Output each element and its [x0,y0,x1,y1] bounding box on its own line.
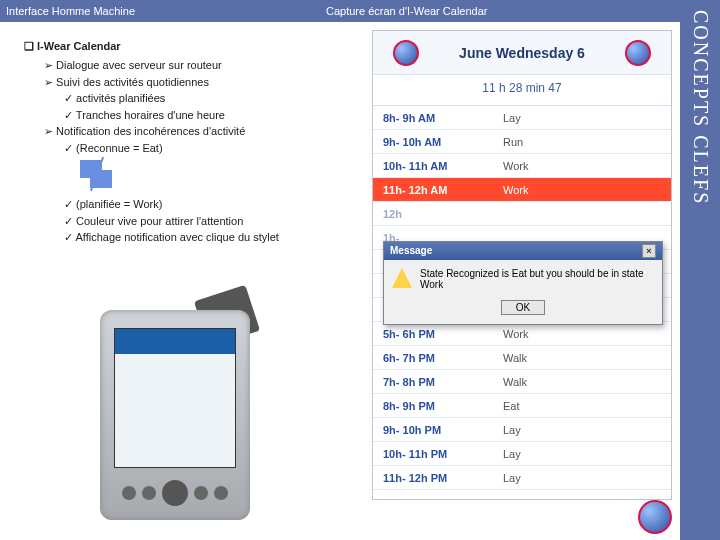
calendar-countdown: 11 h 28 min 47 [373,75,671,106]
section-title-text: I-Wear Calendar [37,40,121,52]
pda-taskbar [115,329,235,339]
ok-button[interactable]: OK [501,300,545,315]
calendar-time: 10h- 11h AM [373,160,503,172]
iwear-logo-icon [638,500,672,534]
bullet-item: Couleur vive pour attirer l'attention [64,213,344,230]
side-tab: CONCEPTS CLEFS [680,0,720,540]
pda-btn [214,486,228,500]
calendar-activity: Work [503,160,671,172]
calendar-time: 5h- 6h PM [373,328,503,340]
pda-btn [194,486,208,500]
header-bar: Interface Homme Machine Capture écran d'… [0,0,680,22]
header-left-title: Interface Homme Machine [6,5,326,17]
dialog-text: State Recognized is Eat but you should b… [420,268,654,290]
bullet-item: Tranches horaires d'une heure [64,107,344,124]
calendar-time: 12h [373,208,503,220]
calendar-activity: Lay [503,472,671,484]
calendar-row[interactable]: 5h- 6h PMWork [373,322,671,346]
bullet-item: Dialogue avec serveur sur routeur [44,57,344,74]
calendar-activity: Lay [503,448,671,460]
calendar-header: June Wednesday 6 [373,31,671,75]
message-dialog: Message × State Recognized is Eat but yo… [383,241,663,325]
content-left: ❑ I-Wear Calendar Dialogue avec serveur … [24,40,344,246]
calendar-activity: Work [503,328,671,340]
calendar-activity: Eat [503,400,671,412]
calendar-date: June Wednesday 6 [459,45,585,61]
calendar-time: 8h- 9h PM [373,400,503,412]
iwear-logo-icon [393,40,419,66]
calendar-screenshot: June Wednesday 6 11 h 28 min 47 8h- 9h A… [372,30,672,500]
calendar-time: 6h- 7h PM [373,352,503,364]
close-icon[interactable]: × [642,244,656,258]
pda-dpad [162,480,188,506]
calendar-row[interactable]: 9h- 10h AMRun [373,130,671,154]
calendar-time: 11h- 12h PM [373,472,503,484]
section-title: ❑ I-Wear Calendar [24,40,344,53]
bullet-item: Notification des incohérences d'activité [44,123,344,140]
calendar-row[interactable]: 7h- 8h PMWalk [373,370,671,394]
calendar-row[interactable]: 10h- 11h PMLay [373,442,671,466]
calendar-time: 8h- 9h AM [373,112,503,124]
pda-buttons [100,476,250,510]
calendar-time: 11h- 12h AM [373,184,503,196]
calendar-activity: Lay [503,112,671,124]
header-right-title: Capture écran d'I-Wear Calendar [326,5,674,17]
calendar-row[interactable]: 11h- 12h AMWork [373,178,671,202]
calendar-time: 9h- 10h PM [373,424,503,436]
calendar-activity: Run [503,136,671,148]
bullet-item: Affichage notification avec clique du st… [64,229,344,246]
bullet-item: Suivi des activités quotidiennes [44,74,344,91]
footer-logo [638,500,672,534]
pda-body [100,310,250,520]
calendar-time: 9h- 10h AM [373,136,503,148]
pda-device [100,310,250,530]
pda-btn [122,486,136,500]
calendar-row[interactable]: 12h [373,202,671,226]
pda-screen [114,328,236,468]
iwear-logo-icon [625,40,651,66]
calendar-time: 10h- 11h PM [373,448,503,460]
calendar-activity: Walk [503,376,671,388]
calendar-row[interactable]: 10h- 11h AMWork [373,154,671,178]
calendar-activity: Work [503,184,671,196]
calendar-row[interactable]: 6h- 7h PMWalk [373,346,671,370]
bullet-item: (Reconnue = Eat) [64,140,344,157]
dialog-title: Message [390,242,432,260]
pda-btn [142,486,156,500]
bullet-item: activités planifiées [64,90,344,107]
calendar-activity: Walk [503,352,671,364]
not-equal-icon [80,160,114,190]
calendar-row[interactable]: 8h- 9h AMLay [373,106,671,130]
calendar-activity: Lay [503,424,671,436]
bullet-item: (planifiée = Work) [64,196,344,213]
dialog-titlebar: Message × [384,242,662,260]
warning-icon [392,268,412,288]
calendar-row[interactable]: 9h- 10h PMLay [373,418,671,442]
calendar-row[interactable]: 11h- 12h PMLay [373,466,671,490]
calendar-time: 7h- 8h PM [373,376,503,388]
side-tab-label: CONCEPTS CLEFS [689,10,712,205]
calendar-row[interactable]: 8h- 9h PMEat [373,394,671,418]
